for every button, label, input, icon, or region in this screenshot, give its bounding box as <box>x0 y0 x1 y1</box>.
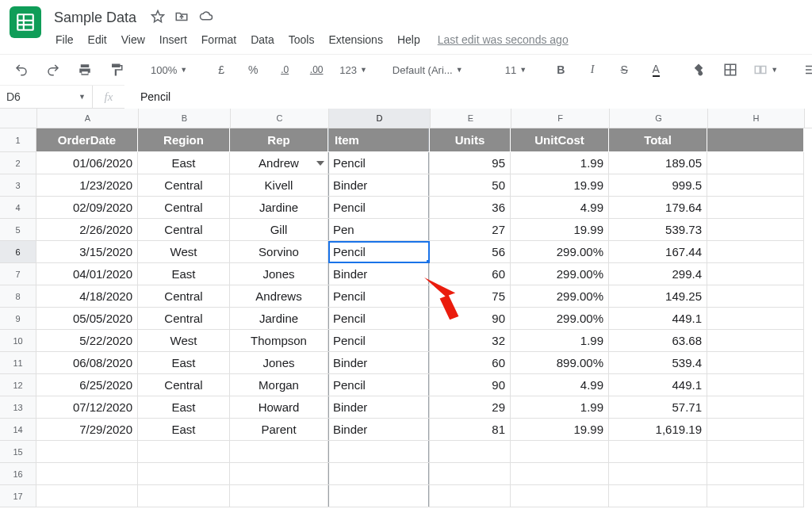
menu-file[interactable]: File <box>49 30 80 49</box>
cell-total[interactable]: 63.68 <box>609 330 707 352</box>
cell-units[interactable]: 95 <box>430 152 511 174</box>
cell-empty[interactable] <box>328 463 430 485</box>
header-cell-item[interactable]: Item <box>328 128 430 152</box>
cell-empty[interactable] <box>328 441 430 463</box>
header-cell-orderdate[interactable]: OrderDate <box>36 128 138 152</box>
cell-units[interactable]: 75 <box>430 285 511 308</box>
spreadsheet-grid[interactable]: 1OrderDateRegionRepItemUnitsUnitCostTota… <box>0 128 812 507</box>
last-edit-link[interactable]: Last edit was seconds ago <box>438 33 569 46</box>
cell-orderdate[interactable]: 5/22/2020 <box>36 330 138 352</box>
cell-empty[interactable] <box>707 285 804 308</box>
cell-region[interactable]: East <box>138 419 230 441</box>
header-cell-units[interactable]: Units <box>430 128 511 152</box>
row-header[interactable]: 7 <box>0 263 36 285</box>
borders-button[interactable] <box>717 59 744 80</box>
cell-empty[interactable] <box>707 374 804 396</box>
cell-rep[interactable]: Gill <box>230 219 328 241</box>
cell-empty[interactable] <box>707 197 804 219</box>
cell-item[interactable]: Pencil <box>328 308 430 330</box>
cell-total[interactable]: 999.5 <box>609 174 707 197</box>
fill-color-button[interactable] <box>685 59 712 80</box>
header-cell-total[interactable]: Total <box>609 128 707 152</box>
cell-units[interactable]: 36 <box>430 197 511 219</box>
row-header[interactable]: 6 <box>0 241 36 263</box>
more-formats-dropdown[interactable]: 123▼ <box>335 59 372 80</box>
row-header[interactable]: 16 <box>0 463 36 485</box>
currency-format-button[interactable]: £ <box>208 59 235 80</box>
cell-region[interactable]: Central <box>138 285 230 308</box>
cell-item[interactable]: Pen <box>328 219 430 241</box>
cell-unitcost[interactable]: 19.99 <box>511 174 609 197</box>
cell-total[interactable]: 449.1 <box>609 308 707 330</box>
merge-cells-dropdown[interactable]: ▼ <box>749 59 783 80</box>
cell-empty[interactable] <box>230 441 328 463</box>
cell-unitcost[interactable]: 19.99 <box>511 419 609 441</box>
cell-item[interactable]: Pencil <box>328 241 430 263</box>
cell-empty[interactable] <box>430 485 511 507</box>
cell-rep[interactable]: Andrew <box>230 152 328 174</box>
menu-format[interactable]: Format <box>195 30 243 49</box>
cell-item[interactable]: Binder <box>328 263 430 285</box>
text-color-button[interactable]: A <box>642 59 669 80</box>
menu-extensions[interactable]: Extensions <box>322 30 389 49</box>
cell-empty[interactable] <box>230 485 328 507</box>
row-header[interactable]: 14 <box>0 419 36 441</box>
cell-orderdate[interactable]: 2/26/2020 <box>36 219 138 241</box>
cell-empty[interactable] <box>707 396 804 419</box>
cell-rep[interactable]: Jones <box>230 263 328 285</box>
cell-unitcost[interactable]: 4.99 <box>511 197 609 219</box>
cell-empty[interactable] <box>707 419 804 441</box>
select-all-corner[interactable] <box>0 109 37 128</box>
cell-empty[interactable] <box>707 352 804 374</box>
cell-empty[interactable] <box>707 219 804 241</box>
cell-region[interactable]: East <box>138 152 230 174</box>
cell-rep[interactable]: Kivell <box>230 174 328 197</box>
cell-item[interactable]: Binder <box>328 174 430 197</box>
row-header[interactable]: 15 <box>0 441 36 463</box>
percent-format-button[interactable]: % <box>239 59 266 80</box>
document-title[interactable]: Sample Data <box>49 8 141 28</box>
formula-input[interactable] <box>124 85 812 109</box>
cell-units[interactable]: 29 <box>430 396 511 419</box>
cell-total[interactable]: 539.73 <box>609 219 707 241</box>
cell-empty[interactable] <box>430 463 511 485</box>
header-cell-region[interactable]: Region <box>138 128 230 152</box>
cell-empty[interactable] <box>511 485 609 507</box>
cell-unitcost[interactable]: 19.99 <box>511 219 609 241</box>
cell-units[interactable]: 90 <box>430 308 511 330</box>
cell-rep[interactable]: Morgan <box>230 374 328 396</box>
cell-units[interactable]: 60 <box>430 263 511 285</box>
cell-units[interactable]: 81 <box>430 419 511 441</box>
cell-item[interactable]: Pencil <box>328 374 430 396</box>
column-header-D[interactable]: D <box>329 109 431 128</box>
cell-empty[interactable] <box>707 485 804 507</box>
cell-unitcost[interactable]: 899.00% <box>511 352 609 374</box>
cell-rep[interactable]: Jones <box>230 352 328 374</box>
cell-units[interactable]: 56 <box>430 241 511 263</box>
cell-orderdate[interactable]: 06/08/2020 <box>36 352 138 374</box>
menu-tools[interactable]: Tools <box>282 30 321 49</box>
cell-empty[interactable] <box>609 441 707 463</box>
cell-region[interactable]: East <box>138 396 230 419</box>
cell-region[interactable]: Central <box>138 197 230 219</box>
cell-total[interactable]: 167.44 <box>609 241 707 263</box>
cell-item[interactable]: Binder <box>328 352 430 374</box>
row-header[interactable]: 12 <box>0 374 36 396</box>
print-icon[interactable] <box>71 59 98 80</box>
cell-unitcost[interactable]: 299.00% <box>511 241 609 263</box>
cell-item[interactable]: Pencil <box>328 285 430 308</box>
star-icon[interactable] <box>151 10 165 26</box>
cell-rep[interactable]: Parent <box>230 419 328 441</box>
cell-empty[interactable] <box>707 152 804 174</box>
cell-orderdate[interactable]: 7/29/2020 <box>36 419 138 441</box>
cell-empty[interactable] <box>707 174 804 197</box>
cell-region[interactable]: Central <box>138 374 230 396</box>
redo-icon[interactable] <box>40 59 67 80</box>
zoom-dropdown[interactable]: 100%▼ <box>146 59 192 80</box>
column-header-A[interactable]: A <box>37 109 139 128</box>
cell-units[interactable]: 60 <box>430 352 511 374</box>
row-header[interactable]: 11 <box>0 352 36 374</box>
cell-unitcost[interactable]: 1.99 <box>511 396 609 419</box>
cell-unitcost[interactable]: 4.99 <box>511 374 609 396</box>
cell-rep[interactable]: Andrews <box>230 285 328 308</box>
